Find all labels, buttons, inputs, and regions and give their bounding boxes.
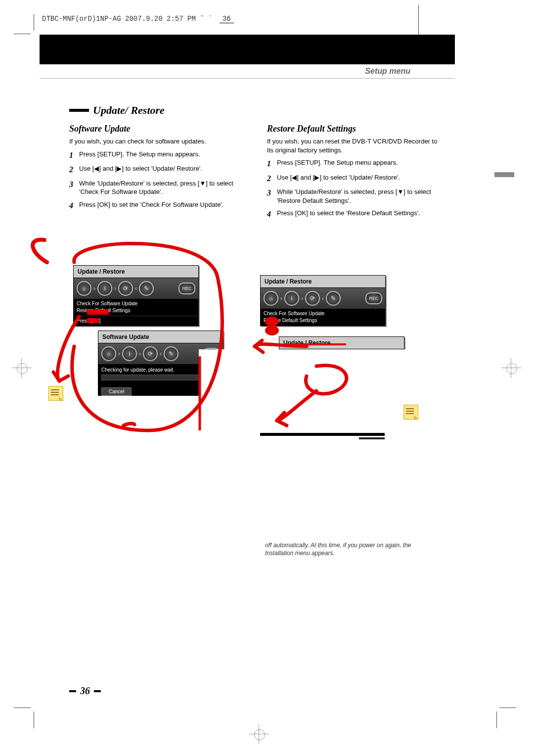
tools-icon: ✎	[164, 346, 178, 361]
header-black-band	[40, 35, 455, 64]
globe-icon: ☼	[77, 281, 91, 296]
sticky-note-icon[interactable]	[403, 405, 418, 420]
tools-icon: ✎	[326, 291, 341, 306]
step-item: 4Press [OK] to select the 'Restore Defau…	[267, 209, 445, 220]
step-text: Press [SETUP]. The Setup menu appears.	[79, 150, 200, 159]
page-number-value: 36	[80, 685, 90, 697]
osd-list: Check For Software Update Restore Defaul…	[261, 309, 385, 326]
osd-frame-remnant	[359, 437, 385, 439]
step-item: 1Press [SETUP]. The Setup menu appears.	[69, 150, 247, 161]
osd-title: Update / Restore	[279, 337, 404, 349]
step-text: Use [◀] and [▶] to select 'Update/ Resto…	[277, 173, 400, 182]
step-text: Use [◀] and [▶] to select 'Update/ Resto…	[79, 164, 202, 173]
divider	[40, 78, 455, 79]
doc-filename: DTBC-MNF(orD)1NP-AG 2007.9.20 2:57 PM ˘ …	[42, 15, 217, 23]
rec-icon: REC	[365, 292, 382, 304]
refresh-icon: ⟳	[305, 291, 320, 306]
restore-defaults-heading: Restore Default Settings	[267, 124, 445, 134]
osd-edge-remnant	[260, 433, 385, 436]
info-icon: i	[122, 346, 137, 361]
osd-title: Update / Restore	[261, 276, 385, 288]
osd-list: Check For Software Update Restore Defaul…	[74, 299, 198, 316]
document-header: DTBC-MNF(orD)1NP-AG 2007.9.20 2:57 PM ˘ …	[42, 15, 234, 23]
step-item: 1Press [SETUP]. The Setup menu appears.	[267, 158, 445, 169]
sticky-note-icon[interactable]	[48, 386, 63, 401]
right-column: Restore Default Settings If you wish, yo…	[267, 124, 445, 224]
osd-title: Update / Restore	[74, 266, 198, 278]
osd-icon-row: ☼› i› ⟳‹ ✎ REC	[261, 288, 385, 309]
page-number-dash-icon	[94, 690, 101, 692]
setup-menu-heading: Setup menu	[365, 67, 410, 76]
step-item: 2Use [◀] and [▶] to select 'Update/ Rest…	[267, 173, 445, 184]
step-item: 3While 'Update/Restore' is selected, pre…	[267, 188, 445, 205]
osd-list-item: Restore Default Settings	[264, 317, 382, 324]
osd-footer: Press [OK]	[74, 316, 198, 326]
cancel-button[interactable]: Cancel	[101, 387, 132, 396]
footnote-text: off automatically. At this time, if you …	[265, 541, 413, 557]
osd-icon-row: ☼› i› ⟳‹ ✎ REC	[74, 278, 198, 299]
section-title: Update/ Restore	[69, 104, 445, 117]
osd-list-item: Restore Default Settings	[77, 307, 195, 314]
section-title-bar-icon	[69, 109, 89, 112]
osd-update-restore-left: Update / Restore ☼› i› ⟳‹ ✎ REC Check Fo…	[73, 265, 199, 326]
restore-defaults-intro: If you wish, you can reset the DVB-T VCR…	[267, 137, 445, 154]
step-item: 2Use [◀] and [▶] to select 'Update/ Rest…	[69, 164, 247, 175]
info-icon: i	[284, 291, 299, 306]
doc-header-page: 36	[220, 15, 234, 23]
osd-update-restore-right: Update / Restore ☼› i› ⟳‹ ✎ REC Check Fo…	[260, 275, 386, 326]
step-text: Press [OK] to select the 'Restore Defaul…	[277, 209, 420, 218]
refresh-icon: ⟳	[118, 281, 133, 296]
step-text: While 'Update/Restore' is selected, pres…	[277, 188, 445, 205]
side-accent-bar	[494, 172, 514, 177]
globe-icon: ☼	[101, 346, 116, 361]
tools-icon: ✎	[139, 281, 154, 296]
rec-icon: REC	[178, 283, 195, 294]
page-number: 36	[69, 685, 101, 697]
left-column: Software Update If you wish, you can che…	[69, 124, 247, 224]
svg-point-1	[265, 326, 279, 335]
step-text: Press [SETUP]. The Setup menu appears.	[277, 158, 398, 167]
osd-title: Software Update	[98, 331, 223, 343]
refresh-icon: ⟳	[143, 346, 158, 361]
step-text: While 'Update/Restore' is selected, pres…	[79, 179, 247, 196]
page-number-dash-icon	[69, 690, 76, 692]
osd-list-item: Check For Software Update	[264, 310, 382, 317]
info-icon: i	[97, 281, 112, 296]
osd-list-item: Check For Software Update	[77, 300, 195, 307]
annotation-white-block	[199, 349, 406, 544]
step-item: 3While 'Update/Restore' is selected, pre…	[69, 179, 247, 196]
software-update-heading: Software Update	[69, 124, 247, 134]
step-item: 4Press [OK] to set the 'Check For Softwa…	[69, 200, 247, 211]
step-text: Press [OK] to set the 'Check For Softwar…	[79, 200, 224, 209]
globe-icon: ☼	[264, 291, 278, 306]
software-update-intro: If you wish, you can check for software …	[69, 137, 247, 146]
section-title-text: Update/ Restore	[93, 104, 165, 117]
annotation-white-block	[35, 396, 203, 475]
